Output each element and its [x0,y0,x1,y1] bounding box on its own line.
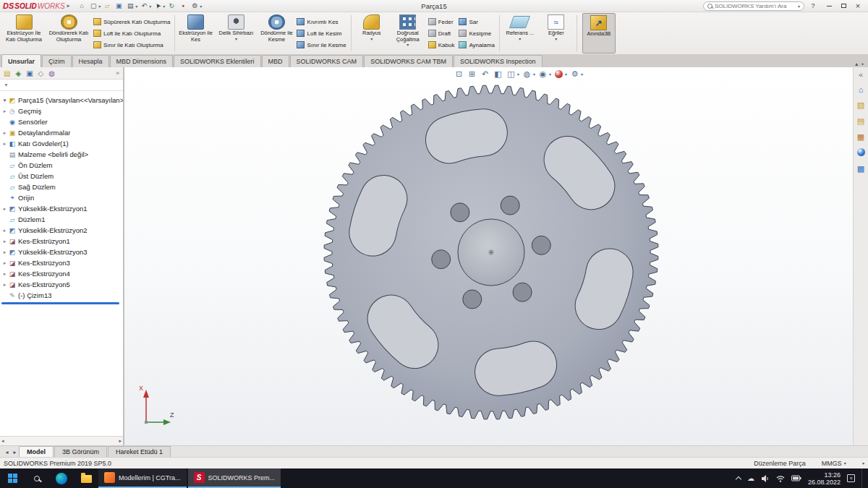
show-desktop-button[interactable] [861,468,864,488]
tree-item[interactable]: ▱Ön Düzlem [0,160,123,171]
action-center-icon[interactable] [847,474,855,482]
expand-arrow-icon[interactable]: ▸ [1,108,8,114]
extrude-cut-button[interactable]: Ekstrüzyon ile Kes [177,13,213,53]
help-icon[interactable] [809,2,817,9]
edge-button[interactable] [49,468,74,488]
home-icon[interactable]: ⌂ [859,85,864,94]
curves-button[interactable]: Eğriler [538,13,574,53]
scroll-right-icon[interactable] [119,438,122,444]
taskbar-app-solidworks[interactable]: SOLIDWORKS Prem... [188,468,281,488]
close-button[interactable] [851,1,865,12]
tree-item[interactable]: ▸◪Kes-Ekstrüzyon4 [0,268,123,279]
taskbar-app-modellerim[interactable]: Modellerim | CGTra... [98,468,187,488]
undo-icon[interactable]: ↶ [139,1,149,11]
tab-cizim[interactable]: Çizim [42,55,72,67]
tab-mbd[interactable]: MBD [262,55,289,67]
slot-cut[interactable] [498,365,533,372]
tree-item[interactable]: ▸◷Geçmiş [0,106,123,116]
commandmanager-collapse-icon[interactable] [855,61,858,67]
tree-item[interactable]: ▸◪Kes-Ekstrüzyon3 [0,257,123,268]
slot-cut[interactable] [391,319,415,346]
zoom-area-icon[interactable]: ⊞ [467,69,477,80]
status-tag-icon[interactable] [862,460,864,467]
taskbar-clock[interactable]: 13:26 26.08.2022 [808,471,841,486]
tree-item[interactable]: ▱Üst Düzlem [0,171,123,181]
maximize-button[interactable] [836,1,851,12]
expand-arrow-icon[interactable]: ▸ [1,271,8,277]
loft-cut-button[interactable]: Loft ile Kesim [297,28,346,38]
hide-items-icon[interactable]: ◉ [537,69,548,80]
expand-arrow-icon[interactable]: ▸ [1,130,8,136]
display-style-icon[interactable]: ◍ [522,69,532,80]
help-search-box[interactable] [703,1,804,11]
tree-item[interactable]: ◉Sensörler [0,116,123,127]
dropdown-caret-icon[interactable]: ▾ [581,72,583,77]
scroll-left-icon[interactable] [1,438,4,444]
tab-scroll-left-icon[interactable] [3,449,11,457]
tab-hesapla[interactable]: Hesapla [72,55,109,67]
section-view-icon[interactable]: ◧ [493,69,503,80]
revolve-cut-button[interactable]: Döndürme ile Kesme [258,13,294,53]
dropdown-caret-icon[interactable] [370,37,373,42]
tree-item[interactable]: ▸▣Detaylandırmalar [0,127,123,138]
shell-button[interactable]: Kabuk [428,40,455,50]
bolt-hole[interactable] [463,290,482,309]
mirror-button[interactable]: Aynalama [459,40,494,50]
slot-cut[interactable] [599,272,610,306]
expand-arrow-icon[interactable]: ▸ [1,249,8,255]
units-caret-icon[interactable] [844,461,846,466]
dropdown-caret-icon[interactable]: ▾ [565,72,567,77]
dropdown-caret-icon[interactable]: ▾ [98,4,101,9]
bolt-hole[interactable] [451,203,469,222]
appearances-icon[interactable] [553,69,564,80]
collapse-arrow-icon[interactable] [1,98,8,103]
instant3d-button[interactable]: Anında3B [582,13,616,53]
save-icon[interactable]: ▣ [114,1,124,11]
tree-item[interactable]: ▤Malzeme <belirli değil> [0,149,123,160]
rib-button[interactable]: Feder [428,17,455,27]
dimxpertmanager-tab-icon[interactable]: ◇ [38,69,44,77]
extrude-boss-button[interactable]: Ekstrüzyon İle Katı Oluşturma [1,13,46,53]
tree-item[interactable]: ▸◪Kes-Ekstrüzyon5 [0,279,123,290]
dropdown-caret-icon[interactable]: ▾ [549,72,551,77]
expand-arrow-icon[interactable]: ▸ [1,282,8,288]
bolt-hole[interactable] [501,196,519,215]
tab-solidworks-cam[interactable]: SOLIDWORKS CAM [290,55,364,67]
displaymanager-tab-icon[interactable]: ◍ [48,69,55,77]
select-icon[interactable]: ➤ [151,0,165,12]
search-input[interactable] [715,3,796,9]
view-orientation-icon[interactable]: ◫ [506,69,516,80]
tree-item[interactable]: ▱Sağ Düzlem [0,181,123,192]
volume-icon[interactable] [761,474,770,483]
home-icon[interactable]: ⌂ [77,1,87,11]
loft-boss-button[interactable]: Loft ile Katı Oluşturma [93,28,170,38]
filter-funnel-icon[interactable] [4,82,9,87]
new-icon[interactable]: ▢ [88,1,98,11]
expand-arrow-icon[interactable]: ▸ [1,228,8,234]
wrap-button[interactable]: Sar [459,17,494,27]
linear-pattern-button[interactable]: Doğrusal Çoğaltma [390,13,426,53]
fillet-button[interactable]: Radyus [354,13,390,53]
expand-arrow-icon[interactable]: ▸ [1,260,8,266]
tab-mbd-dimensions[interactable]: MBD Dimensions [110,55,174,67]
expand-arrow-icon[interactable]: ▸ [1,206,8,212]
units-selector[interactable]: MMGS [822,460,846,467]
motion-study-tab[interactable]: Hareket Etüdü 1 [108,446,171,457]
3d-views-tab[interactable]: 3B Görünüm [54,446,107,457]
draft-button[interactable]: Draft [428,28,455,38]
network-icon[interactable] [776,474,785,483]
configurationmanager-tab-icon[interactable]: ▣ [26,69,33,77]
onedrive-cloud-icon[interactable]: ☁ [747,474,754,482]
tab-scroll-right-icon[interactable] [11,449,19,457]
graphics-viewport[interactable]: ⊡⊞↶◧◫▾◍▾◉▾▾⚙▾ X Z «⌂▧▤▦▩ [124,67,868,445]
dropdown-caret-icon[interactable] [407,43,409,48]
tree-item[interactable]: ▸◩Yükseklik-Ekstrüzyon1 [0,203,123,214]
dropdown-caret-icon[interactable]: ▾ [533,72,535,77]
slot-cut[interactable] [449,132,484,140]
panel-tabs-overflow-icon[interactable] [116,69,119,77]
minimize-button[interactable] [822,1,836,12]
panel-hscrollbar[interactable] [0,436,123,445]
propertymanager-tab-icon[interactable]: ◈ [15,69,21,77]
taskbar-search-button[interactable] [25,468,49,488]
options-icon[interactable]: ⚙ [190,1,200,11]
